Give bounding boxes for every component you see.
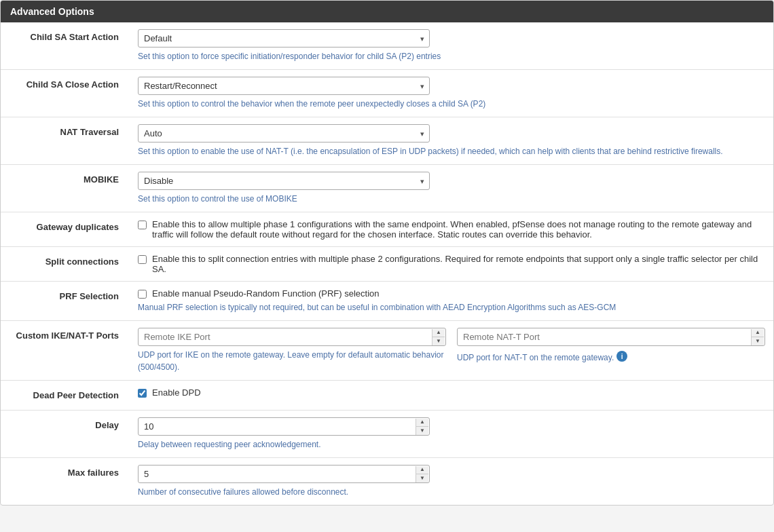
field-custom-ports: ▲ ▼ UDP port for IKE on the remote gatew… xyxy=(130,321,773,381)
child-sa-start-help: Set this option to force specific initia… xyxy=(138,50,765,62)
ike-spin-up[interactable]: ▲ xyxy=(432,329,445,337)
label-mobike: MOBIKE xyxy=(1,165,130,212)
field-split-connections: Enable this to split connection entries … xyxy=(130,247,773,282)
child-sa-close-select[interactable]: Restart/Reconnect None Start Trap xyxy=(138,77,430,95)
delay-spinner: ▲ ▼ xyxy=(416,419,428,435)
mobike-help: Set this option to control the use of MO… xyxy=(138,193,765,205)
ike-port-col: ▲ ▼ UDP port for IKE on the remote gatew… xyxy=(138,328,446,373)
row-dead-peer: Dead Peer Detection Enable DPD xyxy=(1,381,773,411)
remote-ike-port-input[interactable] xyxy=(138,328,446,346)
dead-peer-label: Enable DPD xyxy=(152,387,201,398)
field-mobike: Disable Enable ▾ Set this option to cont… xyxy=(130,165,773,212)
nat-spin-down[interactable]: ▼ xyxy=(752,337,764,345)
max-failures-input-wrapper: ▲ ▼ xyxy=(138,465,430,483)
prf-selection-checkbox[interactable] xyxy=(138,290,147,299)
info-icon[interactable]: i xyxy=(616,351,627,362)
field-gateway-duplicates: Enable this to allow multiple phase 1 co… xyxy=(130,212,773,247)
mobike-select[interactable]: Disable Enable xyxy=(138,172,430,190)
prf-selection-help: Manual PRF selection is typically not re… xyxy=(138,301,765,314)
row-nat-traversal: NAT Traversal Auto Force Disable ▾ Set t… xyxy=(1,117,773,165)
nat-traversal-select[interactable]: Auto Force Disable xyxy=(138,124,430,142)
ports-two-col: ▲ ▼ UDP port for IKE on the remote gatew… xyxy=(138,328,765,373)
nat-spinner: ▲ ▼ xyxy=(751,329,764,345)
row-prf-selection: PRF Selection Enable manual Pseudo-Rando… xyxy=(1,282,773,321)
field-child-sa-close: Restart/Reconnect None Start Trap ▾ Set … xyxy=(130,70,773,117)
options-table: Child SA Start Action Default None Start… xyxy=(1,22,773,505)
prf-selection-row: Enable manual Pseudo-Random Function (PR… xyxy=(138,288,765,299)
max-failures-spinner: ▲ ▼ xyxy=(416,466,428,482)
field-child-sa-start: Default None Start Trap ▾ Set this optio… xyxy=(130,22,773,70)
split-connections-row: Enable this to split connection entries … xyxy=(138,254,765,274)
delay-spin-up[interactable]: ▲ xyxy=(416,419,428,427)
child-sa-start-wrapper: Default None Start Trap ▾ xyxy=(138,29,430,48)
delay-input-wrapper: ▲ ▼ xyxy=(138,417,430,436)
child-sa-close-help: Set this option to control the behavior … xyxy=(138,98,765,110)
dead-peer-row: Enable DPD xyxy=(138,387,765,398)
max-failures-help: Number of consecutive failures allowed b… xyxy=(138,486,765,498)
child-sa-close-wrapper: Restart/Reconnect None Start Trap ▾ xyxy=(138,77,430,95)
max-failures-input[interactable] xyxy=(138,465,430,483)
row-child-sa-start: Child SA Start Action Default None Start… xyxy=(1,22,773,70)
label-custom-ports: Custom IKE/NAT-T Ports xyxy=(1,321,130,381)
field-prf-selection: Enable manual Pseudo-Random Function (PR… xyxy=(130,282,773,321)
label-child-sa-start: Child SA Start Action xyxy=(1,22,130,70)
dead-peer-checkbox[interactable] xyxy=(138,389,147,398)
row-gateway-duplicates: Gateway duplicates Enable this to allow … xyxy=(1,212,773,247)
row-delay: Delay ▲ ▼ Delay between requesting peer … xyxy=(1,411,773,458)
field-nat-traversal: Auto Force Disable ▾ Set this option to … xyxy=(130,117,773,165)
row-child-sa-close: Child SA Close Action Restart/Reconnect … xyxy=(1,70,773,117)
max-failures-spin-down[interactable]: ▼ xyxy=(416,474,428,482)
row-custom-ports: Custom IKE/NAT-T Ports ▲ ▼ UDP port for … xyxy=(1,321,773,381)
label-prf-selection: PRF Selection xyxy=(1,282,130,321)
child-sa-start-select[interactable]: Default None Start Trap xyxy=(138,29,430,48)
nat-port-wrapper: ▲ ▼ xyxy=(457,328,765,346)
gateway-duplicates-checkbox[interactable] xyxy=(138,221,147,229)
row-max-failures: Max failures ▲ ▼ Number of consecutive f… xyxy=(1,458,773,506)
mobike-wrapper: Disable Enable ▾ xyxy=(138,172,430,190)
delay-spin-down[interactable]: ▼ xyxy=(416,427,428,435)
advanced-options-panel: Advanced Options Child SA Start Action D… xyxy=(0,0,774,506)
row-split-connections: Split connections Enable this to split c… xyxy=(1,247,773,282)
label-nat-traversal: NAT Traversal xyxy=(1,117,130,165)
field-delay: ▲ ▼ Delay between requesting peer acknow… xyxy=(130,411,773,458)
nat-port-col: ▲ ▼ UDP port for NAT-T on the remote gat… xyxy=(457,328,765,373)
field-dead-peer: Enable DPD xyxy=(130,381,773,411)
delay-help: Delay between requesting peer acknowledg… xyxy=(138,438,765,451)
label-max-failures: Max failures xyxy=(1,458,130,506)
nat-spin-up[interactable]: ▲ xyxy=(752,329,764,337)
label-split-connections: Split connections xyxy=(1,247,130,282)
panel-header: Advanced Options xyxy=(1,1,773,22)
split-connections-checkbox[interactable] xyxy=(138,255,147,264)
gateway-duplicates-row: Enable this to allow multiple phase 1 co… xyxy=(138,219,765,240)
label-gateway-duplicates: Gateway duplicates xyxy=(1,212,130,247)
ike-port-help: UDP port for IKE on the remote gateway. … xyxy=(138,349,446,373)
max-failures-spin-up[interactable]: ▲ xyxy=(416,466,428,474)
nat-port-help: UDP port for NAT-T on the remote gateway… xyxy=(457,352,614,364)
row-mobike: MOBIKE Disable Enable ▾ Set this option … xyxy=(1,165,773,212)
ike-spinner: ▲ ▼ xyxy=(432,329,445,345)
delay-input[interactable] xyxy=(138,417,430,436)
field-max-failures: ▲ ▼ Number of consecutive failures allow… xyxy=(130,458,773,506)
ike-spin-down[interactable]: ▼ xyxy=(432,337,445,345)
nat-traversal-help: Set this option to enable the use of NAT… xyxy=(138,145,765,157)
ike-port-wrapper: ▲ ▼ xyxy=(138,328,446,346)
nat-traversal-wrapper: Auto Force Disable ▾ xyxy=(138,124,430,142)
label-delay: Delay xyxy=(1,411,130,458)
panel-title: Advanced Options xyxy=(10,6,94,17)
label-dead-peer: Dead Peer Detection xyxy=(1,381,130,411)
remote-nat-port-input[interactable] xyxy=(457,328,765,346)
prf-selection-label: Enable manual Pseudo-Random Function (PR… xyxy=(152,288,380,299)
label-child-sa-close: Child SA Close Action xyxy=(1,70,130,117)
split-connections-label: Enable this to split connection entries … xyxy=(152,254,765,274)
gateway-duplicates-label: Enable this to allow multiple phase 1 co… xyxy=(152,219,765,240)
